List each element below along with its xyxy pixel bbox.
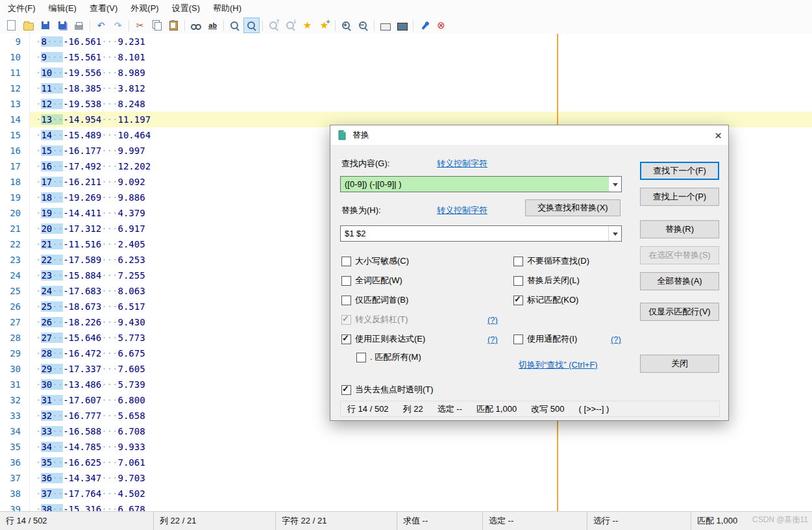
add-bookmark-icon[interactable]: ★+: [316, 18, 332, 33]
editor-line[interactable]: ·12··-19.538···8.248: [30, 96, 812, 112]
replace-icon[interactable]: ab: [204, 18, 221, 33]
checkbox-use-wildcards[interactable]: 使用通配符(I): [513, 333, 577, 345]
replace-button[interactable]: 替换(R): [640, 220, 719, 238]
replace-combobox[interactable]: [340, 225, 622, 242]
escape-control-chars-link-find[interactable]: 转义控制字符: [437, 158, 487, 170]
pin-icon[interactable]: [416, 18, 432, 33]
menu-edit[interactable]: 编辑(E): [42, 0, 83, 17]
bookmark-icon[interactable]: ★: [299, 18, 315, 33]
toolbar-separator: [262, 20, 263, 31]
checkbox-match-case[interactable]: 大小写敏感(C): [341, 255, 409, 267]
editor-line[interactable]: ·8···-16.561···9.231: [30, 34, 812, 49]
redo-icon[interactable]: ↷: [110, 18, 126, 33]
checkbox-box[interactable]: [513, 257, 523, 266]
cut-icon[interactable]: ✂: [132, 18, 148, 33]
show-matched-lines-button[interactable]: 仅显示匹配行(V): [640, 303, 719, 321]
menu-appearance[interactable]: 外观(P): [124, 0, 165, 17]
find-in-files-icon[interactable]: [227, 18, 243, 33]
editor-line[interactable]: ·10··-19.556···8.989: [30, 65, 812, 81]
checkbox-label: 全词匹配(W): [355, 275, 402, 286]
checkbox-box[interactable]: [513, 296, 523, 305]
find-icon[interactable]: [188, 18, 204, 33]
open-file-icon[interactable]: [20, 18, 36, 33]
match-highlight: 22··: [41, 255, 63, 265]
checkbox-box[interactable]: [513, 276, 523, 286]
regex-help-link[interactable]: (?): [487, 334, 498, 344]
escape-control-chars-link-replace[interactable]: 转义控制字符: [437, 205, 487, 216]
menu-help[interactable]: 帮助(H): [206, 0, 248, 17]
fullscreen-icon[interactable]: [394, 18, 410, 33]
replace-input[interactable]: [341, 226, 608, 241]
find-previous-icon[interactable]: ↑: [265, 18, 282, 33]
zoom-out-icon[interactable]: −: [355, 18, 371, 33]
checkbox-box[interactable]: [341, 276, 351, 286]
copy-icon[interactable]: [149, 18, 165, 33]
find-previous-button[interactable]: 查找上一个(P): [640, 188, 719, 206]
save-all-icon[interactable]: [54, 18, 70, 33]
highlight-search-icon[interactable]: [243, 18, 260, 33]
checkbox-box[interactable]: [341, 257, 351, 266]
checkbox-no-wrap-search[interactable]: 不要循环查找(D): [513, 255, 589, 267]
replace-dropdown-icon[interactable]: [608, 226, 621, 241]
find-combobox[interactable]: [340, 176, 622, 192]
editor-line[interactable]: ·36··-14.347···9.703: [30, 470, 812, 486]
checkbox-box[interactable]: [513, 334, 523, 344]
checkbox-close-on-replace[interactable]: 替换后关闭(L): [513, 275, 580, 286]
close-icon[interactable]: ×: [705, 129, 722, 142]
find-dropdown-icon[interactable]: [608, 177, 621, 192]
checkbox-box[interactable]: [341, 315, 351, 325]
checkbox-dot-matches-all[interactable]: . 匹配所有(M): [356, 351, 421, 363]
replace-dialog-icon: [337, 130, 347, 140]
editor-line[interactable]: ·9···-15.561···8.101: [30, 49, 812, 65]
dialog-status-item: 改写 500: [531, 403, 564, 415]
line-number: 28: [0, 330, 30, 346]
checkbox-mark-matches[interactable]: 标记匹配(KO): [513, 294, 578, 306]
menu-file[interactable]: 文件(F): [1, 0, 42, 17]
checkbox-box[interactable]: [341, 334, 351, 344]
editor-line[interactable]: ·35··-16.625···7.061: [30, 455, 812, 470]
stop-icon[interactable]: ⊗: [433, 18, 449, 33]
editor-line[interactable]: ·37··-17.764···4.502: [30, 486, 812, 501]
find-next-button[interactable]: 查找下一个(F): [640, 162, 719, 180]
new-file-icon[interactable]: [3, 18, 19, 33]
find-label: 查找内容(G):: [341, 158, 389, 170]
character-map-icon[interactable]: [377, 18, 393, 33]
menu-view[interactable]: 查看(V): [83, 0, 124, 17]
checkbox-escape-backslash[interactable]: 转义反斜杠(T): [341, 314, 408, 325]
swap-find-replace-button[interactable]: 交换查找和替换(X): [525, 199, 621, 216]
match-highlight: 12··: [41, 99, 63, 109]
checkbox-transparent-on-blur[interactable]: 当失去焦点时透明(T): [341, 384, 434, 396]
paste-icon[interactable]: [166, 18, 182, 33]
find-input[interactable]: [341, 177, 608, 192]
editor-line[interactable]: ·38··-15.316···6.678: [30, 501, 812, 512]
checkbox-label: 使用正则表达式(E): [355, 333, 425, 345]
checkbox-box[interactable]: [356, 353, 366, 362]
close-button[interactable]: 关闭: [640, 355, 719, 373]
replace-dialog: 替换 × 查找内容(G): 转义控制字符 替换为(H): 转义控制字符 交换查找…: [330, 125, 729, 421]
save-icon[interactable]: [37, 18, 53, 33]
checkbox-use-regex[interactable]: 使用正则表达式(E): [341, 333, 425, 345]
menu-settings[interactable]: 设置(S): [166, 0, 206, 17]
escape-backslash-help-link[interactable]: (?): [487, 315, 498, 325]
checkbox-box[interactable]: [341, 385, 351, 395]
wildcard-help-link[interactable]: (?): [611, 334, 621, 344]
checkbox-word-start[interactable]: 仅匹配词首(B): [341, 294, 408, 306]
dialog-titlebar[interactable]: 替换 ×: [330, 125, 728, 145]
replace-in-selection-button[interactable]: 在选区中替换(S): [640, 246, 719, 264]
checkbox-whole-word[interactable]: 全词匹配(W): [341, 275, 402, 286]
match-highlight: 28··: [41, 348, 63, 359]
editor-line[interactable]: ·11··-18.385···3.812: [30, 81, 812, 96]
zoom-in-icon[interactable]: +: [338, 18, 354, 33]
editor-line[interactable]: ·34··-14.785···9.933: [30, 439, 812, 455]
replace-all-button[interactable]: 全部替换(A): [640, 272, 719, 290]
find-next-icon[interactable]: ↓: [282, 18, 299, 33]
line-number: 35: [0, 439, 30, 455]
undo-icon[interactable]: ↶: [93, 18, 109, 33]
dialog-status-item: 行 14 / 502: [347, 403, 389, 415]
dialog-status-item: ( [>>--] ): [578, 404, 609, 414]
switch-to-find-link[interactable]: 切换到“查找” (Ctrl+F): [519, 359, 598, 371]
editor-line[interactable]: ·33··-16.588···6.708: [30, 423, 812, 439]
print-icon[interactable]: [71, 18, 87, 33]
line-number: 15: [0, 127, 30, 143]
checkbox-box[interactable]: [341, 296, 351, 305]
